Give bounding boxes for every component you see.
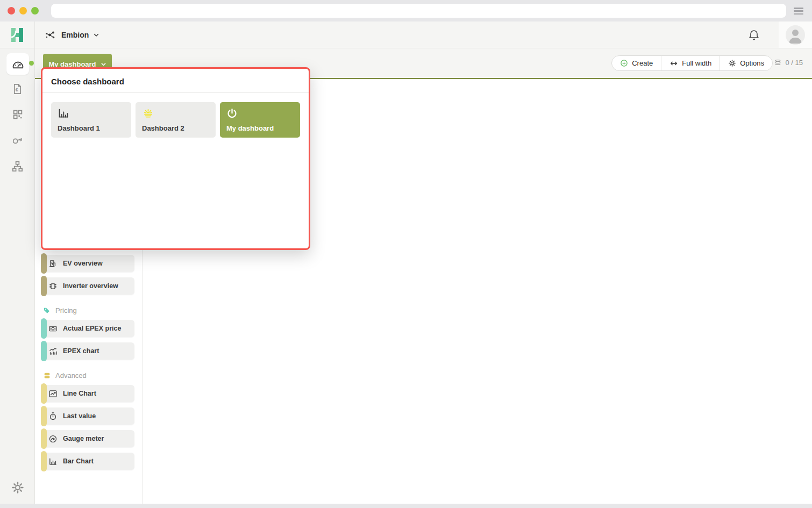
active-indicator-dot [29, 61, 34, 66]
widget-count-value: 0 / 15 [785, 59, 803, 67]
gear-icon [11, 481, 24, 494]
svg-text:€: € [16, 87, 18, 92]
panel-section-pricing: Pricing [43, 306, 142, 314]
power-icon [226, 108, 238, 119]
chart-bars-up-icon [48, 347, 58, 356]
options-label: Options [740, 59, 764, 67]
line-chart-icon [48, 389, 58, 398]
panel-section-advanced: Advanced [43, 371, 142, 380]
bell-icon [747, 28, 760, 41]
notifications-button[interactable] [747, 28, 760, 41]
chevron-down-icon [101, 61, 106, 67]
tag-icon [43, 306, 51, 314]
window-minimize-button[interactable] [19, 7, 27, 15]
widget-item-bar-chart[interactable]: Bar Chart [43, 453, 134, 470]
widget-item-label: Actual EPEX price [63, 325, 121, 332]
panel-section-label: Pricing [55, 306, 77, 314]
dashboard-card-label: Dashboard 2 [142, 124, 209, 132]
molecule-icon [44, 28, 57, 41]
money-euro-icon [48, 324, 58, 333]
app-logo[interactable] [0, 22, 35, 48]
browser-menu-icon[interactable] [794, 8, 803, 15]
sitemap-icon [11, 160, 24, 173]
widget-item-label: EV overview [63, 260, 103, 267]
create-button[interactable]: Create [612, 56, 661, 70]
nav-rail: € [0, 48, 35, 504]
nav-structure[interactable] [0, 160, 35, 173]
stopwatch-icon [48, 412, 58, 421]
user-menu-button[interactable] [779, 22, 812, 48]
key-icon [11, 134, 24, 147]
widget-item-ev-overview[interactable]: EV overview [43, 255, 134, 272]
widget-item-label: Inverter overview [63, 282, 118, 290]
nav-access-keys[interactable] [0, 134, 35, 147]
settings-button[interactable] [0, 481, 35, 494]
inverter-chip-icon [48, 282, 58, 291]
nav-billing[interactable]: € [0, 83, 35, 95]
widget-item-gauge-meter[interactable]: Gauge meter [43, 430, 134, 447]
sunrise-icon [142, 108, 154, 119]
window-footer [0, 504, 812, 508]
window-close-button[interactable] [8, 7, 15, 15]
widget-item-last-value[interactable]: Last value [43, 407, 134, 425]
popover-title: Choose dashboard [42, 69, 309, 92]
bar-chart-icon [58, 108, 69, 119]
speedometer-icon [11, 57, 25, 71]
nav-widgets[interactable] [0, 109, 35, 120]
dashboard-card-label: Dashboard 1 [58, 124, 125, 132]
plus-circle-icon [620, 59, 628, 67]
toolbar-button-group: Create Full width Options [611, 55, 773, 71]
widget-item-line-chart[interactable]: Line Chart [43, 385, 134, 402]
grid-icon [12, 109, 24, 120]
h-logo-icon [9, 26, 26, 44]
widget-item-label: Bar Chart [63, 457, 94, 465]
widget-item-label: Last value [63, 412, 96, 420]
choose-dashboard-popover: Choose dashboard Dashboard 1 Dashboard 2… [41, 67, 310, 250]
app-header: Embion [0, 22, 812, 48]
invoice-euro-icon: € [11, 83, 24, 95]
layers-icon [774, 59, 782, 67]
window-maximize-button[interactable] [31, 7, 39, 15]
panel-section-label: Advanced [55, 371, 87, 380]
dashboard-card-2[interactable]: Dashboard 2 [136, 102, 216, 138]
widget-item-actual-epex-price[interactable]: Actual EPEX price [43, 320, 134, 337]
bar-chart-icon [48, 457, 58, 466]
ev-charger-icon [48, 259, 58, 268]
stack-icon [43, 371, 51, 380]
avatar [786, 25, 805, 45]
dashboard-card-list: Dashboard 1 Dashboard 2 My dashboard [42, 93, 309, 147]
create-label: Create [632, 59, 653, 67]
widget-item-epex-chart[interactable]: EPEX chart [43, 342, 134, 360]
organization-name: Embion [61, 31, 89, 39]
full-width-button[interactable]: Full width [661, 56, 720, 70]
widget-item-label: Line Chart [63, 390, 96, 397]
gear-icon [728, 59, 736, 67]
dashboard-card-1[interactable]: Dashboard 1 [51, 102, 131, 138]
nav-dashboards-active[interactable] [6, 53, 29, 75]
options-button[interactable]: Options [720, 56, 772, 70]
chevron-down-icon [93, 32, 99, 38]
gauge-icon [48, 434, 58, 443]
organization-switcher[interactable]: Embion [44, 28, 99, 41]
dashboard-card-my-dashboard-selected[interactable]: My dashboard [220, 102, 300, 138]
full-width-label: Full width [682, 59, 711, 67]
dashboard-card-label: My dashboard [226, 124, 294, 132]
widget-item-inverter-overview[interactable]: Inverter overview [43, 277, 134, 295]
browser-chrome [0, 0, 812, 22]
widget-item-label: Gauge meter [63, 435, 104, 442]
address-bar[interactable] [51, 4, 786, 18]
arrows-horizontal-icon [669, 59, 678, 68]
widget-item-label: EPEX chart [63, 347, 99, 355]
widget-counter: 0 / 15 [774, 59, 803, 67]
